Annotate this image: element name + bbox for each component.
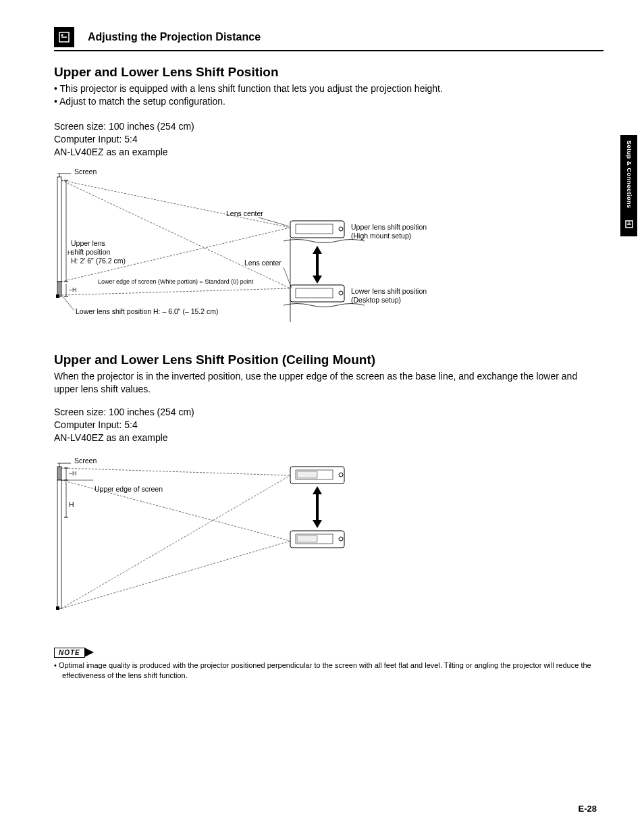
svg-marker-24 bbox=[313, 246, 322, 254]
bullet-list: This projector is equipped with a lens s… bbox=[54, 82, 603, 108]
diagram-label-neg-h: –H bbox=[69, 470, 77, 477]
spec-line: Screen size: 100 inches (254 cm) bbox=[54, 406, 603, 419]
svg-line-40 bbox=[61, 541, 290, 608]
section-title: Upper and Lower Lens Shift Position bbox=[54, 65, 603, 80]
svg-rect-19 bbox=[296, 288, 333, 298]
bullet-item: This projector is equipped with a lens s… bbox=[54, 82, 603, 95]
diagram-label-lower-pos: Lower lens shift position bbox=[351, 287, 427, 295]
svg-rect-27 bbox=[56, 294, 59, 298]
diagram-label-screen: Screen bbox=[74, 457, 97, 465]
diagram-label-screen: Screen bbox=[74, 167, 97, 176]
spec-line: Screen size: 100 inches (254 cm) bbox=[54, 120, 603, 133]
svg-marker-25 bbox=[313, 276, 322, 284]
note-block: NOTE Optimal image quality is produced w… bbox=[54, 646, 603, 681]
svg-rect-44 bbox=[297, 471, 317, 478]
spec-line: AN-LV40EZ as an example bbox=[54, 146, 603, 159]
svg-line-13 bbox=[61, 288, 290, 295]
spec-line: AN-LV40EZ as an example bbox=[54, 432, 603, 444]
diagram-label-h-value: H: 2' 6" (76.2 cm) bbox=[71, 257, 126, 265]
diagram-label-lower-shift: Lower lens shift position H: – 6.0" (– 1… bbox=[76, 307, 219, 315]
svg-marker-51 bbox=[313, 486, 322, 494]
svg-rect-28 bbox=[57, 467, 61, 480]
setup-icon bbox=[54, 27, 74, 47]
ceiling-mount-diagram: Screen Upper edge of screen –H H bbox=[54, 450, 603, 619]
diagram-label-lens-center: Lens center bbox=[244, 259, 281, 267]
lens-shift-diagram: Screen Lens center Lens center Upper len… bbox=[54, 163, 603, 325]
note-list: Optimal image quality is produced with t… bbox=[54, 660, 603, 681]
svg-marker-52 bbox=[313, 520, 322, 528]
diagram-label-lens-center: Lens center bbox=[226, 209, 263, 217]
svg-line-26 bbox=[62, 296, 74, 311]
svg-line-38 bbox=[61, 475, 290, 608]
setup-icon bbox=[624, 219, 635, 232]
diagram-label-lower-setup: (Desktop setup) bbox=[351, 296, 401, 304]
svg-rect-53 bbox=[56, 606, 59, 610]
svg-line-37 bbox=[61, 468, 290, 475]
diagram-label-h: H bbox=[69, 500, 74, 509]
svg-line-10 bbox=[61, 180, 290, 228]
section-title: Upper and Lower Lens Shift Position (Cei… bbox=[54, 353, 603, 367]
svg-rect-2 bbox=[57, 282, 61, 296]
diagram-label-upper-setup: (High mount setup) bbox=[351, 232, 411, 240]
spec-line: Computer Input: 5:4 bbox=[54, 133, 603, 146]
diagram-label-upper-lens: Upper lens bbox=[71, 239, 105, 247]
diagram-label-lower-edge: Lower edge of screen (White portion) = S… bbox=[98, 278, 253, 285]
page-header: Adjusting the Projection Distance bbox=[54, 27, 603, 51]
svg-rect-1 bbox=[57, 177, 61, 282]
spec-block: Screen size: 100 inches (254 cm) Compute… bbox=[54, 120, 603, 159]
bullet-item: Adjust to match the setup configuration. bbox=[54, 95, 603, 108]
diagram-label-h: H bbox=[68, 249, 72, 256]
side-tab-label: Setup & Connections bbox=[626, 135, 633, 209]
page-number: E-28 bbox=[579, 804, 597, 814]
svg-rect-48 bbox=[297, 536, 317, 542]
svg-point-0 bbox=[61, 34, 63, 36]
svg-rect-15 bbox=[296, 224, 333, 234]
svg-rect-29 bbox=[57, 480, 61, 608]
svg-line-12 bbox=[61, 180, 290, 288]
section-body: When the projector is in the inverted po… bbox=[54, 370, 603, 396]
header-title: Adjusting the Projection Distance bbox=[88, 31, 261, 43]
diagram-label-upper-pos: Upper lens shift position bbox=[351, 223, 427, 231]
spec-line: Computer Input: 5:4 bbox=[54, 419, 603, 432]
diagram-label-shift-pos: shift position bbox=[71, 248, 110, 256]
diagram-label-neg-h: –H bbox=[69, 286, 77, 293]
note-item: Optimal image quality is produced with t… bbox=[54, 660, 603, 681]
side-tab: Setup & Connections bbox=[620, 135, 637, 236]
note-badge: NOTE bbox=[54, 648, 85, 658]
diagram-label-upper-edge: Upper edge of screen bbox=[95, 485, 163, 493]
spec-block: Screen size: 100 inches (254 cm) Compute… bbox=[54, 406, 603, 444]
